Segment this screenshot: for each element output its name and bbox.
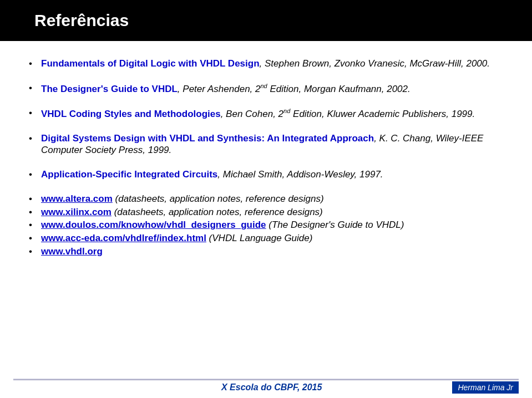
ref-link[interactable]: www.doulos.com/knowhow/vhdl_designers_gu… bbox=[41, 220, 266, 230]
link-desc: (The Designer's Guide to VHDL) bbox=[266, 220, 404, 230]
ref-detail: Edition, Morgan Kaufmann, 2002. bbox=[267, 83, 411, 94]
link-item: www.xilinx.com (datasheets, application … bbox=[29, 206, 503, 218]
ref-item: Application-Specific Integrated Circuits… bbox=[29, 169, 503, 181]
ref-item: The Designer's Guide to VHDL, Peter Ashe… bbox=[29, 82, 503, 95]
footer-event-label: X Escola do CBPF, 2015 bbox=[221, 382, 322, 392]
link-item: www.doulos.com/knowhow/vhdl_designers_gu… bbox=[29, 219, 503, 231]
footer-author-box: Herman Lima Jr bbox=[452, 381, 519, 394]
reference-list: Fundamentals of Digital Logic with VHDL … bbox=[29, 58, 503, 258]
link-desc: (datasheets, application notes, referenc… bbox=[113, 193, 324, 204]
title-bar: Referências bbox=[0, 0, 532, 41]
link-item: www.acc-eda.com/vhdlref/index.html (VHDL… bbox=[29, 232, 503, 244]
ref-ordinal: nd bbox=[283, 108, 290, 114]
ref-item: Fundamentals of Digital Logic with VHDL … bbox=[29, 58, 503, 70]
link-desc: (VHDL Language Guide) bbox=[206, 233, 313, 243]
footer-author-label: Herman Lima Jr bbox=[458, 383, 513, 392]
ref-detail: , Ben Cohen, 2 bbox=[221, 109, 283, 119]
footer-row: X Escola do CBPF, 2015 Herman Lima Jr bbox=[0, 381, 532, 398]
link-item: www.vhdl.org bbox=[29, 246, 503, 258]
ref-link[interactable]: www.xilinx.com bbox=[41, 207, 112, 217]
ref-title: VHDL Coding Styles and Methodologies bbox=[41, 109, 221, 119]
footer: X Escola do CBPF, 2015 Herman Lima Jr bbox=[0, 379, 532, 398]
ref-detail: , Peter Ashenden, 2 bbox=[178, 83, 261, 94]
link-item: www.altera.com (datasheets, application … bbox=[29, 193, 503, 205]
content-area: Fundamentals of Digital Logic with VHDL … bbox=[0, 41, 532, 258]
ref-ordinal: nd bbox=[261, 83, 267, 89]
ref-link[interactable]: www.vhdl.org bbox=[41, 246, 103, 257]
ref-detail: Edition, Kluwer Academic Publishers, 199… bbox=[290, 109, 475, 119]
ref-item: VHDL Coding Styles and Methodologies, Be… bbox=[29, 107, 503, 120]
page-title: Referências bbox=[34, 11, 129, 30]
ref-title: Digital Systems Design with VHDL and Syn… bbox=[41, 133, 374, 144]
link-desc: (datasheets, application notes, referenc… bbox=[112, 207, 323, 217]
footer-divider bbox=[13, 379, 519, 380]
ref-link[interactable]: www.acc-eda.com/vhdlref/index.html bbox=[41, 233, 206, 243]
ref-title: Fundamentals of Digital Logic with VHDL … bbox=[41, 58, 260, 69]
ref-title: Application-Specific Integrated Circuits bbox=[41, 169, 217, 180]
ref-detail: , Stephen Brown, Zvonko Vranesic, McGraw… bbox=[260, 58, 490, 69]
footer-center: X Escola do CBPF, 2015 bbox=[91, 382, 452, 392]
ref-link[interactable]: www.altera.com bbox=[41, 193, 113, 204]
ref-title: The Designer's Guide to VHDL bbox=[41, 83, 178, 94]
ref-item: Digital Systems Design with VHDL and Syn… bbox=[29, 132, 503, 157]
ref-detail: , Michael Smith, Addison-Wesley, 1997. bbox=[217, 169, 383, 180]
